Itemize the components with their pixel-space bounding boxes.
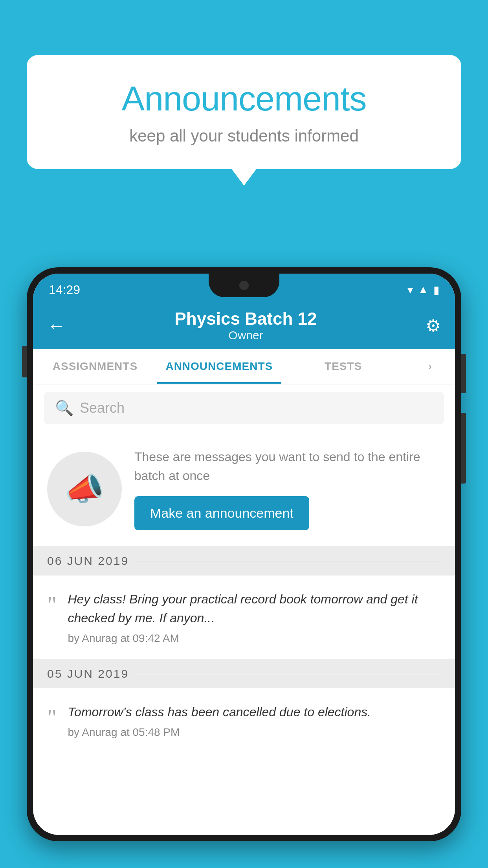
search-wrapper: 🔍 Search	[33, 384, 455, 432]
speech-bubble-section: Announcements keep all your students inf…	[27, 55, 461, 169]
announcement-meta-2: by Anurag at 05:48 PM	[68, 726, 441, 739]
date-label-1: 06 JUN 2019	[47, 554, 129, 568]
announcement-description: These are messages you want to send to t…	[134, 447, 441, 485]
power-button	[461, 354, 466, 393]
search-icon: 🔍	[55, 399, 73, 417]
make-announcement-button[interactable]: Make an announcement	[134, 496, 309, 530]
phone-notch	[209, 274, 279, 297]
date-line-2	[135, 674, 441, 674]
date-line	[135, 561, 441, 561]
status-time: 14:29	[49, 283, 80, 297]
tab-assignments[interactable]: ASSIGNMENTS	[33, 349, 157, 384]
status-icons: ▾ ▲ ▮	[407, 283, 439, 296]
phone-container: 14:29 ▾ ▲ ▮ ← Physics Batch 12 Owner ⚙	[27, 267, 461, 868]
announcement-prompt: 📣 These are messages you want to send to…	[33, 432, 455, 546]
announcement-text-2: Tomorrow's class has been cancelled due …	[68, 702, 441, 739]
quote-icon-1: "	[47, 593, 57, 616]
speech-bubble: Announcements keep all your students inf…	[27, 55, 461, 169]
date-label-2: 05 JUN 2019	[47, 667, 129, 680]
tab-announcements[interactable]: ANNOUNCEMENTS	[157, 349, 281, 384]
signal-icon: ▲	[418, 283, 429, 296]
back-button[interactable]: ←	[47, 315, 66, 337]
battery-icon: ▮	[433, 283, 439, 296]
batch-role: Owner	[175, 329, 317, 342]
megaphone-icon: 📣	[65, 471, 104, 508]
header-center: Physics Batch 12 Owner	[175, 309, 317, 342]
announcement-meta-1: by Anurag at 09:42 AM	[68, 632, 441, 645]
announcement-item-1[interactable]: " Hey class! Bring your practical record…	[33, 576, 455, 659]
announcement-right: These are messages you want to send to t…	[134, 447, 441, 530]
megaphone-circle: 📣	[47, 452, 122, 526]
tab-tests[interactable]: TESTS	[281, 349, 405, 384]
tab-more[interactable]: ›	[405, 349, 455, 384]
tabs-bar: ASSIGNMENTS ANNOUNCEMENTS TESTS ›	[33, 349, 455, 384]
search-placeholder: Search	[80, 400, 125, 416]
date-divider-1: 06 JUN 2019	[33, 546, 455, 576]
side-button-2	[461, 413, 466, 484]
wifi-icon: ▾	[407, 283, 413, 296]
bubble-subtitle: keep all your students informed	[58, 127, 430, 145]
announcement-text-1: Hey class! Bring your practical record b…	[68, 590, 441, 645]
search-bar[interactable]: 🔍 Search	[44, 392, 444, 424]
settings-icon[interactable]: ⚙	[426, 316, 441, 336]
phone-screen: 14:29 ▾ ▲ ▮ ← Physics Batch 12 Owner ⚙	[33, 274, 455, 835]
volume-button	[22, 346, 27, 377]
quote-icon-2: "	[47, 706, 57, 729]
batch-title: Physics Batch 12	[175, 309, 317, 329]
date-divider-2: 05 JUN 2019	[33, 659, 455, 688]
bubble-title: Announcements	[58, 79, 430, 119]
app-header: ← Physics Batch 12 Owner ⚙	[33, 302, 455, 349]
phone-frame: 14:29 ▾ ▲ ▮ ← Physics Batch 12 Owner ⚙	[27, 267, 461, 841]
announcement-message-1: Hey class! Bring your practical record b…	[68, 590, 441, 627]
announcement-item-2[interactable]: " Tomorrow's class has been cancelled du…	[33, 688, 455, 753]
announcement-message-2: Tomorrow's class has been cancelled due …	[68, 702, 441, 721]
camera-dot	[239, 281, 249, 290]
